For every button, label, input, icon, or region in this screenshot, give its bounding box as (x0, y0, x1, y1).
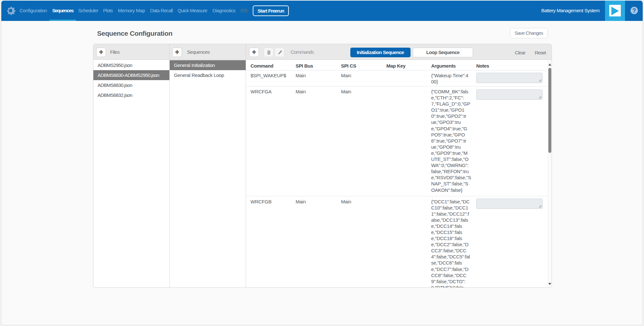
svg-text:?: ? (632, 7, 636, 14)
